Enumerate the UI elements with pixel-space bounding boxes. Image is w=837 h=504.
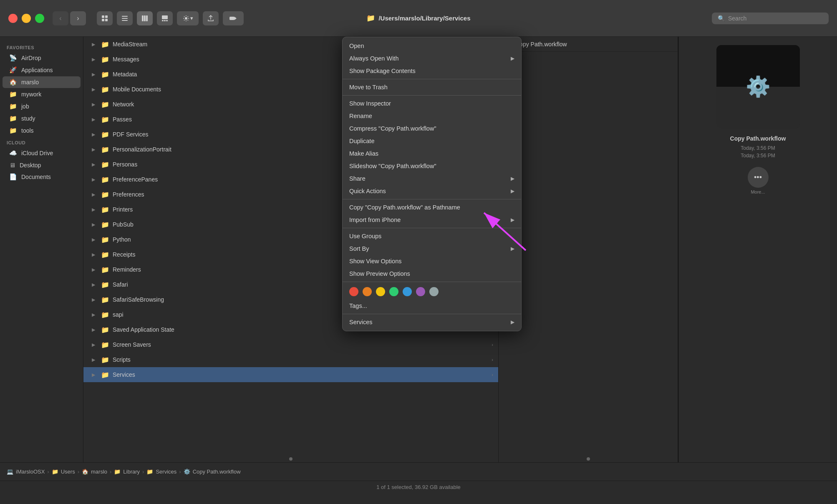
cm-item-show-view-options[interactable]: Show View Options [343,255,521,267]
tag-button[interactable] [223,11,244,25]
column-view-button[interactable] [137,11,153,25]
cm-item-move-to-trash[interactable]: Move to Trash [343,81,521,93]
svg-rect-8 [144,15,146,21]
applications-icon: 🚀 [9,66,17,74]
icloud-icon: ☁️ [9,149,17,157]
sidebar-item-tools[interactable]: 📁 tools [3,125,81,136]
cm-tag-yellow[interactable] [376,287,385,296]
cm-separator [343,95,521,96]
svg-rect-10 [162,15,168,19]
table-row[interactable]: ▶ 📁 Scripts › [83,352,498,367]
cm-separator [343,199,521,199]
cm-tag-orange[interactable] [363,287,372,296]
search-input[interactable] [728,15,823,22]
cm-label: Copy "Copy Path.workflow" as Pathname [349,204,460,211]
cm-label: Show View Options [349,258,401,265]
cm-item-show-package-contents[interactable]: Show Package Contents [343,65,521,77]
sidebar-item-airdrop[interactable]: 📡 AirDrop [3,52,81,64]
folder-icon: 📁 [9,127,17,134]
back-button[interactable]: ‹ [53,11,68,25]
view-options-button[interactable]: ▾ [177,11,199,25]
bc-icon: 📁 [146,469,153,475]
sidebar: Favorites 📡 AirDrop 🚀 Applications 🏠 mar… [0,37,83,462]
cm-item-duplicate[interactable]: Duplicate [343,135,521,147]
folder-icon: 📁 [101,251,109,259]
cm-item-sort-by[interactable]: Sort By ▶ [343,242,521,255]
cm-tag-green[interactable] [389,287,398,296]
col-resize-handle[interactable] [289,457,292,461]
cm-label: Move to Trash [349,84,388,91]
close-button[interactable] [8,14,18,23]
breadcrumb-item[interactable]: 💻 iMarsloOSX [7,469,45,475]
cm-tag-gray[interactable] [429,287,439,296]
cm-item-rename[interactable]: Rename [343,110,521,122]
table-row[interactable]: ▶ 📁 Services › [83,367,498,382]
more-button[interactable]: ••• [748,167,769,188]
cm-label: Use Groups [349,233,381,239]
cm-item-use-groups[interactable]: Use Groups [343,230,521,242]
cm-item-quick-actions[interactable]: Quick Actions ▶ [343,185,521,197]
preview-panel: ⚙️ Copy Path.workflow Today, 3:56 PM Tod… [678,37,837,462]
cm-label: Compress "Copy Path.workflow" [349,125,436,132]
cm-item-always-open-with[interactable]: Always Open With ▶ [343,52,521,65]
cm-item-show-preview-options[interactable]: Show Preview Options [343,267,521,280]
cm-item-copy-pathname[interactable]: Copy "Copy Path.workflow" as Pathname [343,201,521,214]
sidebar-item-documents[interactable]: 📄 Documents [3,171,81,183]
sidebar-item-label: iCloud Drive [21,150,53,156]
cm-item-import-iphone[interactable]: Import from iPhone ▶ [343,214,521,226]
folder-icon: 📁 [9,103,17,110]
cm-tag-blue[interactable] [403,287,412,296]
breadcrumb-separator: › [78,469,79,475]
cm-item-services[interactable]: Services ▶ [343,316,521,328]
breadcrumb-item[interactable]: 📁 Services [146,469,176,475]
folder-icon: 📁 [101,40,109,48]
svg-rect-1 [105,15,108,18]
list-view-button[interactable] [117,11,133,25]
table-row[interactable]: ▶ 📁 Screen Savers › [83,337,498,352]
submenu-arrow-icon: ▶ [511,176,514,181]
sidebar-item-label: tools [21,127,34,134]
bc-label: iMarsloOSX [16,469,45,475]
maximize-button[interactable] [35,14,44,23]
cm-item-compress[interactable]: Compress "Copy Path.workflow" [343,122,521,135]
folder-icon: 📁 [101,221,109,229]
sidebar-item-study[interactable]: 📁 study [3,113,81,124]
cm-item-open[interactable]: Open [343,40,521,52]
cm-label: Services [349,319,373,325]
folder-icon: 📁 [101,296,109,304]
search-bar[interactable]: 🔍 [712,13,829,24]
svg-rect-4 [122,16,128,17]
col2-resize-handle[interactable] [587,457,590,461]
icon-view-button[interactable] [97,11,113,25]
cm-item-tags[interactable]: Tags... [343,300,521,312]
folder-icon: 📁 [101,131,109,139]
cm-tag-red[interactable] [349,287,358,296]
cm-item-make-alias[interactable]: Make Alias [343,147,521,160]
gallery-view-button[interactable] [157,11,173,25]
desktop-icon: 🖥 [9,161,15,169]
cm-tag-purple[interactable] [416,287,425,296]
minimize-button[interactable] [22,14,31,23]
sidebar-item-desktop[interactable]: 🖥 Desktop [3,159,81,171]
sidebar-item-label: mywork [21,91,41,98]
sidebar-item-marslo[interactable]: 🏠 marslo [3,76,81,88]
breadcrumb-item[interactable]: 📁 Library [114,469,140,475]
share-button[interactable] [203,11,219,25]
cm-label: Show Preview Options [349,270,410,277]
breadcrumb-item[interactable]: 📁 Users [52,469,75,475]
expand-arrow: ▶ [92,72,98,77]
cm-item-share[interactable]: Share ▶ [343,172,521,185]
cm-item-show-inspector[interactable]: Show Inspector [343,97,521,110]
sidebar-item-applications[interactable]: 🚀 Applications [3,64,81,76]
forward-button[interactable]: › [70,11,86,25]
breadcrumb-bar: 💻 iMarsloOSX › 📁 Users › 🏠 marslo › 📁 Li… [0,462,837,481]
breadcrumb-item[interactable]: 🏠 marslo [82,469,107,475]
breadcrumb-item[interactable]: ⚙️ Copy Path.workflow [184,469,241,475]
cm-item-slideshow[interactable]: Slideshow "Copy Path.workflow" [343,160,521,172]
folder-icon: 📁 [101,71,109,78]
sidebar-item-job[interactable]: 📁 job [3,101,81,112]
sidebar-item-mywork[interactable]: 📁 mywork [3,88,81,100]
sidebar-item-icloud-drive[interactable]: ☁️ iCloud Drive [3,147,81,159]
breadcrumb-separator: › [110,469,111,475]
cm-label: Show Inspector [349,100,391,107]
